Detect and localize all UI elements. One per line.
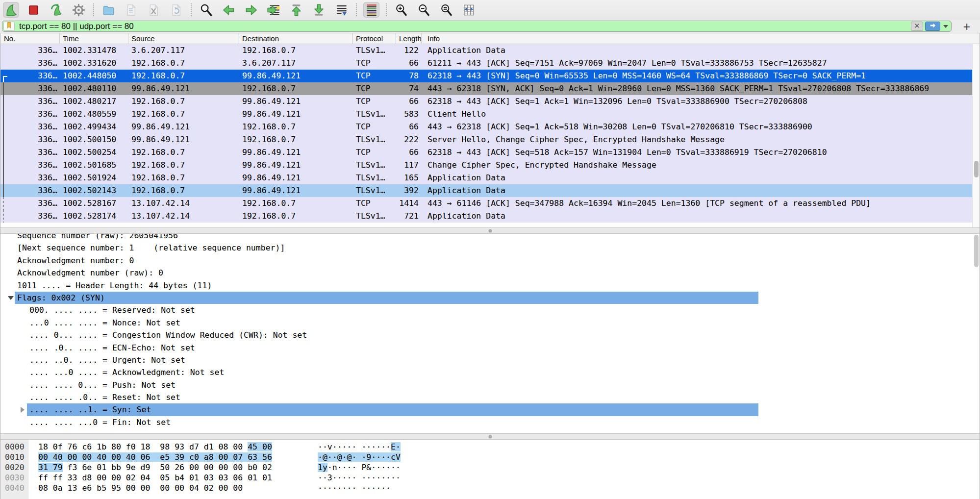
stop-capture-button[interactable] <box>25 2 42 18</box>
display-filter-input[interactable] <box>17 21 911 31</box>
detail-line[interactable]: 000. .... .... = Reserved: Not set <box>0 304 980 316</box>
go-back-button[interactable] <box>221 2 237 18</box>
filter-bookmark-button[interactable] <box>3 22 15 31</box>
cell-time: 1002.448050 <box>60 70 128 82</box>
packet-row[interactable]: 336…1002.502143192.168.0.799.86.49.121TL… <box>0 184 972 197</box>
clear-filter-button[interactable] <box>911 22 923 31</box>
cell-info: 62318 → 443 [SYN] Seq=0 Win=65535 Len=0 … <box>422 70 972 82</box>
detail-line[interactable]: Sequence number (raw): 2605041956 <box>0 234 980 242</box>
detail-line[interactable]: .... .... ...0 = Fin: Not set <box>0 416 980 428</box>
detail-line[interactable]: Flags: 0x002 (SYN) <box>0 292 980 304</box>
detail-line[interactable]: .... ..0. .... = Urgent: Not set <box>0 354 980 366</box>
hex-row[interactable]: 000018 0f 76 c6 1b 80 f0 18 98 93 d7 d1 … <box>0 442 980 452</box>
detail-line[interactable]: .... .0.. .... = ECN-Echo: Not set <box>0 342 980 354</box>
column-header-destination[interactable]: Destination <box>239 33 353 44</box>
packet-row[interactable]: 336…1002.501685192.168.0.799.86.49.121TL… <box>0 159 972 172</box>
go-last-packet-button[interactable] <box>311 2 327 18</box>
detail-line[interactable]: Acknowledgment number: 0 <box>0 254 980 267</box>
column-header-length[interactable]: Length <box>396 33 422 44</box>
detail-line[interactable]: 1011 .... = Header Length: 44 bytes (11) <box>0 279 980 292</box>
zoom-in-button[interactable] <box>393 2 409 18</box>
packet-list-scrollbar[interactable] <box>972 44 980 227</box>
packet-row[interactable]: 336…1002.3314783.6.207.117192.168.0.7TLS… <box>0 44 972 57</box>
conversation-mark <box>3 172 9 184</box>
cell-time: 1002.480110 <box>60 82 128 95</box>
auto-scroll-button[interactable] <box>333 2 350 18</box>
go-to-packet-button[interactable] <box>266 2 282 18</box>
scrollbar-thumb[interactable] <box>974 161 979 177</box>
zoom-reset-icon <box>440 3 453 17</box>
detail-line[interactable]: .... 0... .... = Congestion Window Reduc… <box>0 329 980 341</box>
packet-row[interactable]: 336…1002.480559192.168.0.799.86.49.121TL… <box>0 108 972 121</box>
detail-line[interactable]: Acknowledgment number (raw): 0 <box>0 267 980 279</box>
detail-line[interactable]: .... .... 0... = Push: Not set <box>0 379 980 391</box>
capture-options-button[interactable] <box>71 2 87 18</box>
splitter-list-details[interactable] <box>0 227 980 234</box>
restart-capture-button[interactable] <box>48 2 64 18</box>
hex-bytes: 18 0f 76 c6 1b 80 f0 18 98 93 d7 d1 08 0… <box>38 442 272 452</box>
packet-row[interactable]: 336…1002.50015099.86.49.121192.168.0.7TL… <box>0 133 972 146</box>
go-first-packet-button[interactable] <box>288 2 304 18</box>
detail-line[interactable]: .... .... ..1. = Syn: Set <box>0 403 980 416</box>
hex-row[interactable]: 002031 79 f3 6e 01 bb 9e d9 50 26 00 00 … <box>0 462 980 473</box>
cell-no: 336… <box>0 172 60 184</box>
reload-file-button[interactable] <box>168 2 184 18</box>
packet-row[interactable]: 336…1002.52817413.107.42.14192.168.0.7TL… <box>0 210 972 223</box>
column-header-info[interactable]: Info <box>422 33 980 44</box>
packet-row[interactable]: 336…1002.501924192.168.0.799.86.49.121TL… <box>0 172 972 184</box>
packet-row[interactable]: 336…1002.331620192.168.0.73.6.207.117TCP… <box>0 57 972 70</box>
column-header-no[interactable]: No. <box>0 33 60 44</box>
hex-row[interactable]: 0030ff ff 33 d8 00 00 02 04 05 b4 01 03 … <box>0 473 980 483</box>
cell-no: 336… <box>0 159 60 172</box>
cell-source: 13.107.42.14 <box>128 197 239 210</box>
close-file-button[interactable] <box>146 2 162 18</box>
conversation-mark <box>3 210 9 223</box>
zoom-out-button[interactable] <box>416 2 432 18</box>
expander-down-icon[interactable] <box>8 296 14 300</box>
detail-line[interactable]: .... ...0 .... = Acknowledgment: Not set <box>0 366 980 378</box>
chevron-down-icon <box>943 25 948 28</box>
filter-dropdown-button[interactable] <box>940 22 951 31</box>
hex-row[interactable]: 004008 0a 13 e6 b5 95 00 00 00 00 04 02 … <box>0 483 980 493</box>
expander-right-icon[interactable] <box>21 407 25 413</box>
start-capture-button[interactable] <box>3 2 19 18</box>
save-file-button[interactable] <box>123 2 139 18</box>
add-filter-button[interactable]: + <box>958 20 975 33</box>
splitter-details-bytes[interactable] <box>0 433 980 440</box>
cell-time: 1002.528167 <box>60 197 128 210</box>
column-header-time[interactable]: Time <box>60 33 128 44</box>
open-file-button[interactable] <box>101 2 117 18</box>
colorize-packets-button[interactable] <box>363 2 379 18</box>
packet-row[interactable]: 336…1002.48011099.86.49.121192.168.0.7TC… <box>0 82 972 95</box>
packet-row[interactable]: 336…1002.52816713.107.42.14192.168.0.7TC… <box>0 197 972 210</box>
column-header-protocol[interactable]: Protocol <box>353 33 396 44</box>
cell-protocol: TCP <box>353 82 396 95</box>
capture-options-icon <box>72 3 85 17</box>
packet-list-empty-area <box>0 223 972 227</box>
packet-row[interactable]: 336…1002.49943499.86.49.121192.168.0.7TC… <box>0 121 972 133</box>
display-filter-field[interactable] <box>2 21 952 32</box>
packet-row[interactable]: 336…1002.500254192.168.0.799.86.49.121TC… <box>0 146 972 159</box>
find-packet-button[interactable] <box>198 2 214 18</box>
details-scrollbar-thumb[interactable] <box>974 235 979 267</box>
cell-length: 122 <box>396 44 422 57</box>
column-header-source[interactable]: Source <box>128 33 239 44</box>
cell-length: 583 <box>396 108 422 121</box>
packet-row[interactable]: 336…1002.480217192.168.0.799.86.49.121TC… <box>0 95 972 108</box>
conversation-mark <box>3 146 9 159</box>
detail-line[interactable]: ...0 .... .... = Nonce: Not set <box>0 317 980 329</box>
hex-ascii: ··3····· ········ <box>318 473 401 483</box>
find-packet-icon <box>200 3 213 17</box>
resize-columns-button[interactable] <box>461 2 477 18</box>
detail-line[interactable]: .... .... .0.. = Reset: Not set <box>0 391 980 403</box>
packet-bytes-pane: 000018 0f 76 c6 1b 80 f0 18 98 93 d7 d1 … <box>0 440 980 499</box>
apply-filter-button[interactable] <box>925 22 940 31</box>
cell-destination: 99.86.49.121 <box>239 70 353 82</box>
detail-line[interactable]: [Next sequence number: 1 (relative seque… <box>0 242 980 254</box>
hex-row[interactable]: 001000 40 00 00 40 00 40 06 e5 39 c0 a8 … <box>0 452 980 462</box>
packet-row[interactable]: 336…1002.448050192.168.0.799.86.49.121TC… <box>0 70 972 82</box>
go-forward-button[interactable] <box>243 2 259 18</box>
detail-text: .... .... .0.. = Reset: Not set <box>29 391 180 403</box>
zoom-reset-button[interactable] <box>438 2 454 18</box>
cell-no: 336… <box>0 44 60 57</box>
